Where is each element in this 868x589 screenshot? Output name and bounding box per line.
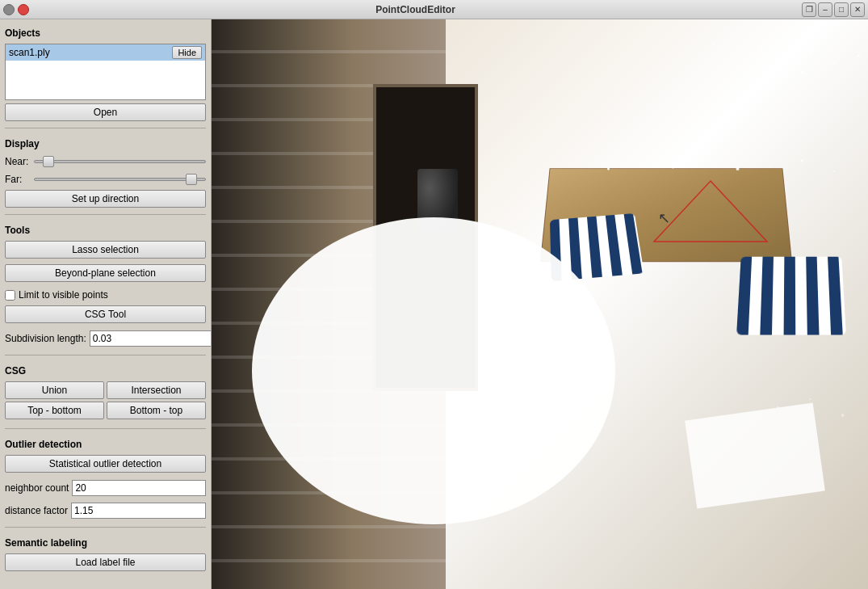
restore-button[interactable]: ❐ (802, 2, 816, 17)
beyond-plane-button[interactable]: Beyond-plane selection (5, 264, 206, 282)
top-bottom-button[interactable]: Top - bottom (5, 402, 104, 419)
object-name: scan1.ply (9, 47, 50, 58)
svg-point-26 (810, 398, 811, 400)
svg-point-9 (744, 67, 747, 69)
union-button[interactable]: Union (5, 381, 104, 399)
objects-section-title: Objects (5, 27, 206, 39)
limit-visible-checkbox[interactable] (5, 290, 15, 301)
bottom-top-button[interactable]: Bottom - top (107, 402, 206, 419)
objects-list: scan1.ply Hide (5, 44, 206, 100)
svg-point-6 (826, 41, 828, 43)
near-row: Near: (5, 156, 206, 167)
csg-section-title: CSG (5, 365, 206, 377)
minimize-button[interactable]: – (818, 2, 832, 17)
subdivision-input[interactable]: 0.03 (90, 330, 212, 347)
svg-point-11 (801, 70, 804, 74)
open-button[interactable]: Open (5, 103, 206, 121)
divider-5 (5, 527, 206, 528)
near-label: Near: (5, 156, 29, 167)
svg-point-19 (769, 166, 771, 167)
divider-2 (5, 214, 206, 215)
window-controls: ❐ – □ ✕ (802, 2, 865, 17)
divider-3 (5, 355, 206, 356)
load-label-button[interactable]: Load label file (5, 553, 206, 571)
svg-point-21 (834, 170, 836, 172)
svg-point-15 (640, 164, 642, 166)
hide-button[interactable]: Hide (172, 46, 202, 59)
statistical-outlier-button[interactable]: Statistical outlier detection (5, 455, 206, 473)
far-row: Far: (5, 174, 206, 185)
svg-point-2 (737, 39, 739, 40)
svg-point-4 (786, 35, 787, 36)
limit-visible-row: Limit to visible points (5, 289, 206, 301)
tools-section-title: Tools (5, 225, 206, 236)
svg-point-5 (809, 50, 812, 53)
app-icon (3, 4, 15, 15)
semantic-section-title: Semantic labeling (5, 537, 206, 549)
svg-point-13 (858, 55, 860, 57)
far-label: Far: (5, 174, 29, 185)
object-item[interactable]: scan1.ply Hide (6, 44, 205, 61)
title-bar-left (3, 4, 29, 15)
svg-point-17 (705, 162, 707, 164)
distance-factor-input[interactable]: 1.15 (71, 503, 206, 519)
neighbor-count-label: neighbor count (5, 482, 69, 494)
csg-tool-button[interactable]: CSG Tool (5, 305, 206, 323)
svg-point-10 (778, 59, 779, 61)
window-title: PointCloudEditor (375, 4, 455, 15)
svg-marker-0 (654, 181, 767, 242)
neighbor-count-row: neighbor count 20 (5, 480, 206, 496)
far-slider[interactable] (34, 178, 206, 181)
limit-visible-label: Limit to visible points (19, 289, 108, 301)
distance-factor-label: distance factor (5, 505, 68, 516)
csg-grid: Union Intersection Top - bottom Bottom -… (5, 381, 206, 419)
svg-point-7 (849, 31, 852, 33)
svg-point-27 (841, 414, 845, 417)
svg-point-1 (712, 43, 715, 45)
distance-factor-row: distance factor 1.15 (5, 503, 206, 519)
svg-point-3 (761, 47, 763, 49)
intersection-button[interactable]: Intersection (107, 381, 206, 399)
svg-point-8 (721, 63, 723, 65)
sidebar: Objects scan1.ply Hide Open Display Near… (0, 19, 212, 589)
setup-direction-button[interactable]: Set up direction (5, 190, 206, 208)
main-container: Objects scan1.ply Hide Open Display Near… (0, 19, 868, 589)
title-bar: PointCloudEditor ❐ – □ ✕ (0, 0, 868, 19)
subdivision-row: Subdivision length: 0.03 (5, 330, 206, 347)
lasso-selection-button[interactable]: Lasso selection (5, 241, 206, 259)
scene-background: ↖ (212, 19, 868, 589)
neighbor-count-input[interactable]: 20 (72, 480, 206, 496)
near-slider[interactable] (34, 160, 206, 163)
svg-point-20 (801, 160, 803, 162)
divider-1 (5, 128, 206, 128)
outlier-section-title: Outlier detection (5, 439, 206, 450)
cushion-right (736, 257, 846, 335)
subdivision-label: Subdivision length: (5, 333, 86, 344)
viewport[interactable]: ↖ (212, 19, 868, 589)
object-empty-row (6, 61, 205, 77)
display-section-title: Display (5, 138, 206, 149)
divider-4 (5, 428, 206, 429)
svg-point-12 (834, 63, 836, 65)
close-button[interactable] (18, 4, 29, 15)
paper (685, 402, 825, 508)
close-title-button[interactable]: ✕ (850, 2, 865, 17)
selection-triangle (650, 177, 771, 250)
floor-ellipse (252, 217, 615, 524)
maximize-button[interactable]: □ (834, 2, 849, 17)
